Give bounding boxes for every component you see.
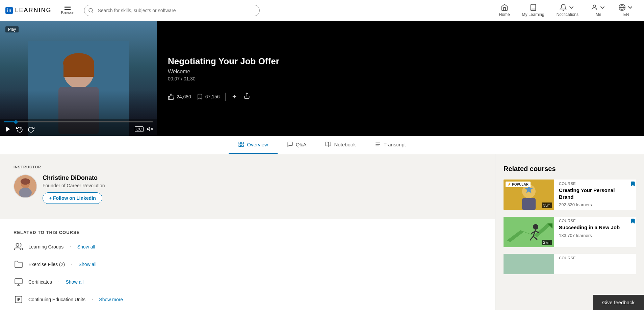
video-time: 00:07 / 01:30: [168, 76, 633, 81]
globe-icon: [618, 4, 626, 11]
tab-notebook-label: Notebook: [334, 142, 356, 147]
rewind-icon: 10: [16, 126, 23, 133]
instructor-label: INSTRUCTOR: [14, 165, 482, 169]
book-icon: [530, 4, 537, 11]
follow-button[interactable]: + Follow on LinkedIn: [43, 192, 102, 204]
forward-button[interactable]: [27, 125, 35, 133]
instructor-row: Christine DiDonato Founder of Career Rev…: [14, 174, 482, 204]
course-card-third: COURSE: [504, 254, 636, 274]
give-feedback-button[interactable]: Give feedback: [593, 295, 644, 310]
ceu-show-more[interactable]: Show more: [99, 297, 123, 302]
svg-point-38: [533, 224, 538, 230]
play-label: Play: [5, 26, 19, 32]
search-input[interactable]: [84, 5, 260, 16]
svg-point-25: [19, 188, 32, 197]
chevron-down-icon: [626, 4, 634, 11]
video-info: Negotiating Your Job Offer Welcome 00:07…: [157, 21, 644, 136]
exercise-files-label: Exercise Files (2): [28, 262, 65, 267]
svg-point-26: [16, 243, 19, 246]
bookmark-count: 67,156: [205, 94, 220, 99]
play-icon: [5, 126, 11, 133]
divider: [225, 93, 226, 101]
svg-point-24: [21, 178, 30, 185]
badge-icon: [14, 294, 24, 305]
bookmark-button-personal-brand[interactable]: [630, 181, 636, 210]
home-icon: [501, 4, 508, 11]
main-nav: Home My Learning Notifications Me: [494, 1, 639, 20]
transcript-icon: [375, 141, 381, 147]
course-duration-badge: 33m: [542, 202, 552, 208]
bookmark-button[interactable]: 67,156: [197, 93, 220, 100]
video-controls: 10 CC: [0, 119, 157, 136]
course-type-label-3: COURSE: [559, 256, 636, 260]
tab-overview-label: Overview: [247, 142, 268, 147]
related-courses-title: Related courses: [504, 165, 636, 173]
progress-bar-wrap[interactable]: [4, 121, 153, 122]
svg-rect-15: [239, 142, 240, 144]
exercise-files-show-all[interactable]: Show all: [79, 262, 97, 267]
bookmark-icon: [197, 93, 203, 100]
svg-marker-11: [148, 127, 150, 130]
tab-overview[interactable]: Overview: [229, 136, 278, 154]
like-button[interactable]: 24,680: [168, 93, 191, 100]
main-content: INSTRUCTOR Christine DiDonato Founder of…: [0, 154, 644, 310]
rewind-button[interactable]: 10: [16, 125, 24, 133]
course-thumbnail-third: [504, 254, 554, 274]
left-column: INSTRUCTOR Christine DiDonato Founder of…: [0, 154, 495, 310]
svg-rect-44: [504, 254, 554, 274]
volume-button[interactable]: [147, 126, 153, 133]
learning-groups-show-all[interactable]: Show all: [77, 244, 95, 249]
right-panel: Related courses ★ POPULAR 33m CO: [495, 154, 644, 310]
course-name-new-job[interactable]: Succeeding in a New Job: [559, 224, 625, 231]
ceu-label: Continuing Education Units: [28, 297, 85, 302]
thumbs-up-icon: [168, 93, 175, 100]
overview-icon: [238, 141, 244, 147]
instructor-name: Christine DiDonato: [43, 174, 105, 182]
tab-qa[interactable]: Q&A: [278, 136, 316, 154]
logo-in: in: [5, 7, 13, 14]
course-learners-count-2: 183,707 learners: [559, 233, 625, 238]
nav-notifications[interactable]: Notifications: [552, 1, 583, 20]
related-section-label: RELATED TO THIS COURSE: [14, 219, 482, 235]
share-icon: [243, 92, 250, 99]
video-section: Play 10 CC: [0, 21, 644, 136]
bookmark-filled-icon-2: [630, 218, 636, 224]
svg-point-0: [89, 8, 93, 12]
captions-button[interactable]: CC: [135, 126, 144, 132]
add-button[interactable]: +: [231, 92, 238, 101]
certificates-show-all[interactable]: Show all: [66, 279, 83, 285]
course-type-label: COURSE: [559, 182, 625, 186]
menu-icon: [65, 6, 71, 10]
qa-icon: [287, 141, 293, 147]
course-card-info-personal-brand: COURSE Creating Your Personal Brand 292,…: [559, 180, 625, 210]
video-player[interactable]: Play 10 CC: [0, 21, 157, 136]
nav-home[interactable]: Home: [494, 1, 515, 20]
progress-dot: [14, 120, 18, 124]
instructor-title: Founder of Career Revolution: [43, 183, 105, 188]
tab-transcript[interactable]: Transcript: [365, 136, 415, 154]
chevron-down-icon: [599, 4, 606, 11]
course-thumb-new-job[interactable]: 27m: [504, 217, 554, 247]
course-name-personal-brand[interactable]: Creating Your Personal Brand: [559, 187, 625, 200]
course-thumb-personal-brand[interactable]: ★ POPULAR 33m: [504, 180, 554, 210]
nav-language[interactable]: EN: [614, 1, 639, 20]
browse-label: Browse: [61, 10, 74, 15]
nav-home-label: Home: [499, 12, 510, 17]
share-button[interactable]: [243, 92, 250, 101]
course-card-info-third: COURSE: [559, 254, 636, 274]
nav-me[interactable]: Me: [586, 1, 611, 20]
certificates-label: Certificates: [28, 279, 52, 285]
nav-my-learning[interactable]: My Learning: [517, 1, 549, 20]
bookmark-button-new-job[interactable]: [630, 218, 636, 247]
logo[interactable]: in LEARNING: [5, 7, 51, 14]
svg-point-1: [593, 5, 595, 7]
course-thumb-third[interactable]: [504, 254, 554, 274]
progress-bar: [4, 121, 153, 122]
nav-me-label: Me: [596, 12, 601, 17]
browse-button[interactable]: Browse: [57, 3, 78, 18]
related-item-ceu: Continuing Education Units · Show more: [14, 294, 482, 305]
people-icon: [14, 242, 24, 252]
tab-notebook[interactable]: Notebook: [316, 136, 365, 154]
play-button[interactable]: [4, 125, 12, 133]
related-section: RELATED TO THIS COURSE Learning Groups ·…: [0, 219, 495, 310]
